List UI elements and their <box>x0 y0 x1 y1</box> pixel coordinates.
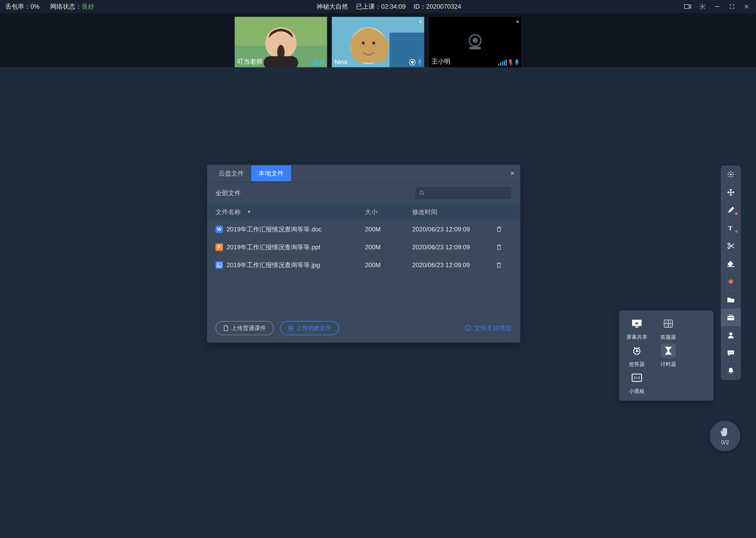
file-row[interactable]: 2019年工作汇报情况查询等等.jpg 200M 2020/06/23 12:0… <box>207 256 520 274</box>
network-label: 网络状态： <box>50 3 82 10</box>
delete-file-icon[interactable] <box>496 262 512 268</box>
participant-strip: 叮当老师 × Nina × 王小明 <box>0 13 756 67</box>
tab-cloud-files[interactable]: 云盘文件 <box>211 166 251 181</box>
svg-point-1 <box>702 6 703 8</box>
packet-loss-label: 丢包率： <box>5 3 30 10</box>
svg-point-17 <box>411 61 414 64</box>
svg-rect-66 <box>728 316 734 320</box>
packet-loss-value: 0% <box>30 3 40 10</box>
tool-text-icon[interactable]: T <box>721 219 741 237</box>
breadcrumb[interactable]: 全部文件 <box>215 189 241 197</box>
sort-desc-icon: ▼ <box>247 210 251 214</box>
svg-text:T: T <box>728 225 732 232</box>
raise-hand-button[interactable]: 0/2 <box>710 421 740 451</box>
tool-move-icon[interactable] <box>721 183 741 201</box>
svg-text:✓: ✓ <box>665 324 668 327</box>
network-value: 良好 <box>82 3 94 10</box>
tile-close-icon[interactable]: × <box>516 19 519 25</box>
participant-name: 叮当老师 <box>237 57 262 66</box>
side-toolbar: T <box>721 166 741 380</box>
svg-line-57 <box>732 172 733 173</box>
svg-line-55 <box>729 172 730 173</box>
tile-close-icon[interactable]: × <box>419 19 422 25</box>
svg-point-20 <box>473 38 478 43</box>
tool-timer[interactable]: 计时器 <box>655 343 682 368</box>
svg-line-46 <box>634 347 635 348</box>
tool-toolbox-icon[interactable] <box>721 308 741 326</box>
file-row[interactable]: P 2019年工作汇报情况查询等等.ppt 200M 2020/06/23 12… <box>207 238 520 256</box>
file-dialog: 云盘文件 本地文件 × 全部文件 文件名称 ▼ 大小 修改时间 W 2019年工… <box>207 165 520 343</box>
file-size: 200M <box>365 243 412 251</box>
file-name: 2019年工作汇报情况查询等等.ppt <box>226 243 320 251</box>
fullscreen-icon[interactable] <box>728 2 736 11</box>
camera-toggle-icon[interactable] <box>409 59 416 66</box>
tool-scissors-icon[interactable] <box>721 237 741 255</box>
tool-laser-icon[interactable] <box>721 166 741 183</box>
dialog-close-icon[interactable]: × <box>510 169 514 178</box>
delete-file-icon[interactable] <box>496 226 512 233</box>
hand-icon <box>720 426 730 438</box>
tool-courseware-icon[interactable] <box>721 291 741 308</box>
svg-rect-0 <box>684 4 689 9</box>
svg-rect-9 <box>263 56 298 67</box>
video-tile-student[interactable]: × Nina <box>332 17 424 67</box>
play-circle-icon <box>288 325 294 331</box>
svg-point-70 <box>731 352 731 353</box>
svg-rect-24 <box>516 59 518 63</box>
elapsed-value: 02:34:09 <box>381 3 405 10</box>
video-tile-teacher[interactable]: 叮当老师 <box>235 17 327 67</box>
svg-rect-64 <box>728 266 734 267</box>
svg-point-14 <box>362 41 365 45</box>
tool-chat-icon[interactable] <box>721 344 741 362</box>
tool-roster-icon[interactable] <box>721 326 741 344</box>
svg-line-58 <box>729 176 730 177</box>
raise-hand-count: 0/2 <box>721 439 729 446</box>
close-icon[interactable] <box>742 2 751 11</box>
tab-local-files[interactable]: 本地文件 <box>251 166 291 181</box>
file-time: 2020/06/23 12:09:09 <box>412 226 496 233</box>
svg-point-71 <box>732 352 732 353</box>
dialog-tabs: 云盘文件 本地文件 × <box>207 165 520 183</box>
upload-normal-button[interactable]: 上传普通课件 <box>215 321 274 335</box>
file-time: 2020/06/23 12:09:09 <box>412 243 496 251</box>
mic-icon <box>320 59 325 66</box>
svg-point-65 <box>729 280 733 284</box>
delete-file-icon[interactable] <box>496 244 512 250</box>
svg-rect-34 <box>635 327 638 328</box>
svg-text:✕: ✕ <box>670 324 672 327</box>
file-name: 2019年工作汇报情况查询等等.doc <box>226 225 322 234</box>
class-name: 神秘大自然 <box>316 2 348 11</box>
file-size: 200M <box>365 261 412 269</box>
tool-panel: 屏幕共享 AB✕✓ 答题器 抢答器 计时器 2+3 小黑板 <box>619 310 714 401</box>
minimize-icon[interactable] <box>713 2 721 11</box>
settings-icon[interactable] <box>698 2 707 11</box>
tool-pen-icon[interactable] <box>721 201 741 219</box>
upload-dynamic-button[interactable]: 上传动效文件 <box>280 321 339 335</box>
supported-types-link[interactable]: 文件支持类型 <box>465 324 512 332</box>
tool-answer[interactable]: AB✕✓ 答题器 <box>655 316 682 341</box>
svg-text:2+3: 2+3 <box>634 376 640 380</box>
document-icon <box>223 325 229 331</box>
file-table-header: 文件名称 ▼ 大小 修改时间 <box>207 204 520 220</box>
file-type-image-icon <box>215 261 223 269</box>
mic-icon <box>514 59 519 66</box>
col-header-name[interactable]: 文件名称 ▼ <box>215 208 365 216</box>
file-type-doc-icon: W <box>215 226 223 233</box>
search-input[interactable] <box>415 186 512 200</box>
video-tile-student[interactable]: × 王小明 <box>429 17 521 67</box>
col-header-size[interactable]: 大小 <box>365 208 412 216</box>
tool-color-icon[interactable] <box>721 273 741 291</box>
search-icon <box>419 190 425 196</box>
record-icon[interactable] <box>684 2 692 11</box>
tool-buzzer[interactable]: 抢答器 <box>624 343 650 368</box>
tool-screen-share[interactable]: 屏幕共享 <box>624 316 650 341</box>
mic-icon <box>417 59 422 66</box>
file-name: 2019年工作汇报情况查询等等.jpg <box>226 261 320 269</box>
tool-eraser-icon[interactable] <box>721 255 741 273</box>
col-header-time[interactable]: 修改时间 <box>412 208 496 216</box>
tool-mini-board[interactable]: 2+3 小黑板 <box>624 370 650 395</box>
tool-bell-icon[interactable] <box>721 362 741 380</box>
elapsed-label: 已上课： <box>356 3 381 10</box>
file-row[interactable]: W 2019年工作汇报情况查询等等.doc 200M 2020/06/23 12… <box>207 220 520 238</box>
svg-point-69 <box>729 352 730 353</box>
